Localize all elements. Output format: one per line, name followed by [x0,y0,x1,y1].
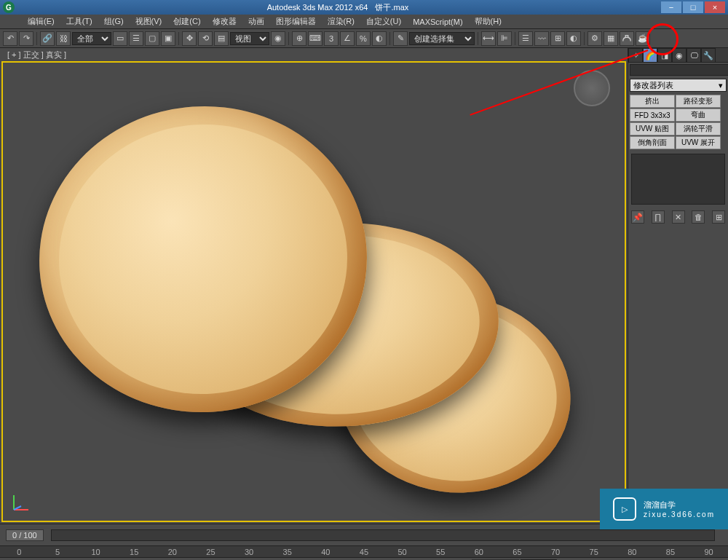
main-area: [ + ] 正交 ] 真实 ] ✧ 🌈 ◨ ◉ 🖵 🔧 [0,48,728,524]
mod-uvwunwrap-button[interactable]: UVW 展开 [676,136,721,149]
viewport[interactable] [1,61,626,522]
menu-bar: 编辑(E) 工具(T) 组(G) 视图(V) 创建(C) 修改器 动画 图形编辑… [0,15,728,29]
maximize-button[interactable]: □ [683,1,703,13]
render-setup-button[interactable]: ⚙ [587,31,602,46]
motion-tab[interactable]: ◉ [672,48,687,63]
menu-rendering[interactable]: 渲染(R) [322,15,360,28]
selection-filter-dropdown[interactable]: 全部 [72,32,111,45]
command-panel: ✧ 🌈 ◨ ◉ 🖵 🔧 修改器列表▾ 挤出 路径变形 FFD 3x3x3 弯曲 … [628,48,728,524]
mod-turbosmooth-button[interactable]: 涡轮平滑 [676,122,721,135]
menu-group[interactable]: 组(G) [98,15,130,28]
angle-snap-button[interactable]: ∠ [340,31,355,46]
mod-ffd-button[interactable]: FFD 3x3x3 [630,109,675,122]
menu-help[interactable]: 帮助(H) [469,15,507,28]
stack-controls: 📌 ∏ ✕ 🗑 ⊞ [628,208,728,226]
display-tab[interactable]: 🖵 [687,48,701,63]
rotate-button[interactable]: ⟲ [198,31,213,46]
time-slider[interactable] [51,529,715,541]
link-button[interactable]: 🔗 [40,31,55,46]
title-bar: G Autodesk 3ds Max 2012 x64 饼干.max − □ × [0,0,728,15]
pivot-button[interactable]: ◉ [271,31,285,46]
menu-maxscript[interactable]: MAXScript(M) [407,16,468,28]
modify-tab[interactable]: 🌈 [643,48,657,63]
status-bar: Max to Physes ( 未选定任何对象 渲染时间 0:00:02 添加时… [0,557,728,560]
scene-objects [39,106,571,500]
configure-sets-button[interactable]: ⊞ [712,210,725,224]
layer-manager-button[interactable]: ☰ [518,31,533,46]
spinner-snap-button[interactable]: ◐ [372,31,387,46]
keyboard-shortcut-button[interactable]: ⌨ [308,31,323,46]
mod-bend-button[interactable]: 弯曲 [676,109,721,122]
mod-extrude-button[interactable]: 挤出 [630,95,675,108]
remove-modifier-button[interactable]: 🗑 [692,210,705,224]
mirror-button[interactable]: ⟷ [481,31,496,46]
ref-coord-dropdown[interactable]: 视图 [230,32,269,45]
named-selection-dropdown[interactable]: 创建选择集 [409,32,475,45]
watermark: ▷ 溜溜自学 zixue.3d66.com [600,489,728,529]
watermark-title: 溜溜自学 [644,500,715,510]
modifier-stack[interactable] [631,154,725,205]
render-iterative-button[interactable]: ☕ [636,31,650,46]
scale-button[interactable]: ▤ [214,31,229,46]
render-frame-button[interactable]: ▦ [604,31,618,46]
hierarchy-tab[interactable]: ◨ [657,48,672,63]
time-range-display: 0 / 100 [6,529,44,541]
window-crossing-button[interactable]: ▣ [161,31,175,46]
utilities-tab[interactable]: 🔧 [701,48,716,63]
mod-uvwmap-button[interactable]: UVW 贴图 [630,122,675,135]
show-end-result-button[interactable]: ∏ [652,210,665,224]
make-unique-button[interactable]: ✕ [672,210,685,224]
modifier-buttons: 挤出 路径变形 FFD 3x3x3 弯曲 UVW 贴图 涡轮平滑 倒角剖面 UV… [628,93,728,151]
material-editor-button[interactable]: ◐ [566,31,581,46]
mod-pathdeform-button[interactable]: 路径变形 [676,95,721,108]
menu-modifiers[interactable]: 修改器 [207,15,242,28]
main-toolbar: ↶ ↷ 🔗 ⛓ 全部 ▭ ☰ ▢ ▣ ✥ ⟲ ▤ 视图 ◉ ⊕ ⌨ 3 ∠ % … [0,29,728,48]
window-controls: − □ × [661,1,725,13]
edit-named-sel-button[interactable]: ✎ [393,31,408,46]
watermark-url: zixue.3d66.com [644,510,715,518]
time-ruler[interactable]: 051015202530354045505560657075808590 [0,545,728,557]
move-button[interactable]: ✥ [182,31,197,46]
menu-animation[interactable]: 动画 [242,15,270,28]
select-region-button[interactable]: ▢ [145,31,159,46]
menu-tools[interactable]: 工具(T) [60,15,98,28]
viewport-area: [ + ] 正交 ] 真实 ] [0,48,628,524]
snap-toggle-button[interactable]: 3 [324,31,339,46]
menu-customize[interactable]: 自定义(U) [360,15,407,28]
select-object-button[interactable]: ▭ [113,31,127,46]
viewcube-icon[interactable] [574,70,610,106]
menu-create[interactable]: 创建(C) [167,15,206,28]
select-manipulate-button[interactable]: ⊕ [292,31,306,46]
object-name-input[interactable] [630,64,728,76]
minimize-button[interactable]: − [661,1,681,13]
axis-gizmo-icon [10,492,32,513]
menu-graph-editors[interactable]: 图形编辑器 [270,15,322,28]
viewport-label[interactable]: [ + ] 正交 ] 真实 ] [0,48,628,60]
align-button[interactable]: ⊫ [497,31,512,46]
app-logo-icon: G [3,1,15,13]
create-tab[interactable]: ✧ [628,48,643,63]
unlink-button[interactable]: ⛓ [56,31,71,46]
menu-views[interactable]: 视图(V) [130,15,168,28]
pin-stack-button[interactable]: 📌 [631,210,644,224]
select-by-name-button[interactable]: ☰ [129,31,143,46]
mod-bevelprofile-button[interactable]: 倒角剖面 [630,136,675,149]
menu-edit[interactable]: 编辑(E) [22,15,60,28]
curve-editor-button[interactable]: 〰 [534,31,549,46]
undo-button[interactable]: ↶ [3,31,17,46]
close-button[interactable]: × [705,1,725,13]
percent-snap-button[interactable]: % [356,31,371,46]
render-production-button[interactable] [620,31,634,46]
watermark-logo-icon: ▷ [613,497,636,521]
modifier-list-dropdown[interactable]: 修改器列表▾ [630,79,727,92]
window-title: Autodesk 3ds Max 2012 x64 饼干.max [15,2,661,13]
schematic-view-button[interactable]: ⊞ [550,31,565,46]
redo-button[interactable]: ↷ [19,31,33,46]
command-panel-tabs: ✧ 🌈 ◨ ◉ 🖵 🔧 [628,48,728,63]
